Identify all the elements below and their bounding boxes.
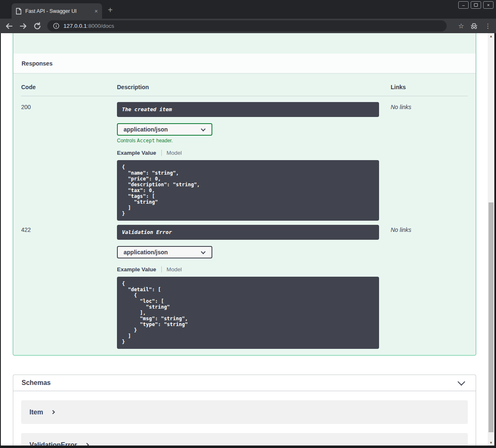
titlebar: Fast API - Swagger UI × + – × — [0, 0, 496, 19]
browser-window: Fast API - Swagger UI × + – × 127.0. — [0, 0, 496, 448]
tab-title: Fast API - Swagger UI — [25, 8, 92, 14]
media-type-select[interactable]: application/json — [117, 123, 212, 136]
responses-section-header: Responses — [13, 54, 476, 73]
reload-icon[interactable] — [33, 22, 41, 30]
schema-item[interactable]: Item — [21, 400, 468, 424]
schema-name: ValidationError — [29, 441, 77, 446]
forward-icon[interactable] — [19, 22, 27, 30]
responses-table-header: Code Description Links — [21, 73, 468, 96]
back-icon[interactable] — [5, 22, 13, 30]
response-links: No links — [391, 102, 468, 221]
close-button[interactable]: × — [483, 1, 494, 9]
schema-validationerror[interactable]: ValidationError — [21, 433, 468, 446]
minimize-button[interactable]: – — [458, 1, 469, 9]
column-header-code: Code — [21, 84, 117, 90]
browser-tab[interactable]: Fast API - Swagger UI × — [12, 3, 102, 19]
opblock-body-top — [13, 33, 476, 54]
schema-name: Item — [29, 409, 43, 416]
response-description: The created item — [117, 102, 379, 117]
tab-example-value[interactable]: Example Value — [117, 150, 162, 156]
chevron-down-icon — [201, 127, 205, 131]
tab-model[interactable]: Model — [167, 150, 182, 156]
response-row-200: 200 The created item application/json Co… — [13, 96, 476, 221]
media-type-value: application/json — [124, 126, 168, 133]
accept-note-pre: Controls — [117, 138, 137, 144]
maximize-button[interactable] — [471, 1, 481, 9]
browser-menu-icon[interactable]: ⋮ — [485, 23, 491, 29]
example-json-block: { "name": "string", "price": 0, "descrip… — [117, 160, 379, 221]
schemas-title: Schemas — [22, 379, 459, 387]
url-path: :8000/docs — [87, 23, 114, 29]
bookmark-star-icon[interactable]: ☆ — [458, 23, 464, 29]
response-description: Validation Error — [117, 225, 379, 240]
opblock-post: Responses Code Description Links 200 The… — [13, 33, 476, 355]
tab-close-icon[interactable]: × — [95, 8, 98, 15]
response-links: No links — [391, 225, 468, 349]
chevron-down-icon[interactable] — [457, 378, 465, 385]
response-code: 422 — [21, 225, 117, 349]
site-info-icon[interactable] — [53, 23, 59, 29]
schemas-header[interactable]: Schemas — [13, 375, 476, 391]
scrollbar-thumb[interactable] — [489, 202, 494, 432]
response-row-422: 422 Validation Error application/json Ex… — [13, 221, 476, 349]
url-host: 127.0.0.1 — [63, 23, 87, 29]
incognito-icon — [470, 22, 478, 30]
schemas-section: Schemas Item ValidationError — [13, 375, 476, 446]
new-tab-button[interactable]: + — [108, 6, 113, 14]
column-header-links: Links — [391, 84, 468, 90]
page-icon — [16, 8, 22, 15]
accept-note-post: header. — [155, 138, 173, 144]
accept-header-note: Controls Accept header. — [117, 138, 391, 144]
responses-title: Responses — [22, 60, 53, 67]
chevron-right-icon — [51, 410, 55, 414]
chevron-right-icon — [85, 443, 89, 446]
tab-example-value[interactable]: Example Value — [117, 266, 162, 273]
example-json-block: { "detail": [ { "loc": [ "string" ], "ms… — [117, 277, 379, 349]
accept-note-mono: Accept — [137, 138, 155, 144]
maximize-icon — [474, 3, 478, 7]
window-controls: – × — [458, 1, 494, 9]
tab-model[interactable]: Model — [167, 266, 182, 273]
window-border — [494, 33, 496, 446]
vertical-scrollbar[interactable]: ▲ ▼ — [488, 33, 494, 446]
column-header-description: Description — [117, 84, 391, 90]
scroll-up-icon[interactable]: ▲ — [488, 33, 494, 39]
swagger-page: Responses Code Description Links 200 The… — [1, 33, 488, 446]
example-model-tabs: Example Value Model — [117, 266, 391, 273]
chevron-down-icon — [201, 249, 205, 254]
address-bar[interactable]: 127.0.0.1:8000/docs — [47, 20, 447, 32]
scroll-down-icon[interactable]: ▼ — [488, 440, 494, 446]
example-model-tabs: Example Value Model — [117, 149, 391, 156]
response-code: 200 — [21, 102, 117, 221]
browser-toolbar: 127.0.0.1:8000/docs ☆ ⋮ — [0, 19, 496, 33]
media-type-select[interactable]: application/json — [117, 246, 212, 258]
media-type-value: application/json — [124, 249, 168, 256]
